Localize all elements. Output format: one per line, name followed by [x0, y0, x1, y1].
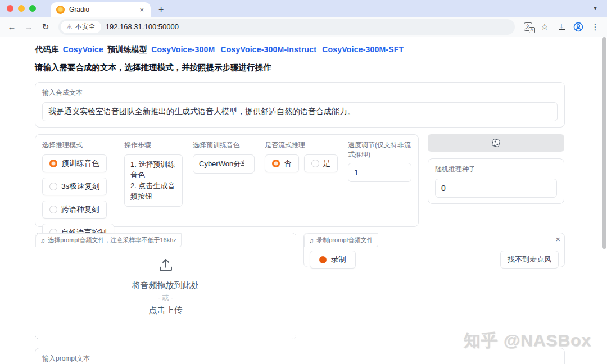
tts-text-label: 输入合成文本 [42, 88, 558, 98]
mode-option-label: 预训练音色 [61, 158, 99, 169]
click-to-upload-text[interactable]: 点击上传 [149, 305, 183, 316]
streaming-label: 是否流式推理 [265, 140, 338, 150]
page-instruction: 请输入需要合成的文本，选择推理模式，并按照提示步骤进行操作 [35, 62, 565, 73]
params-row: 选择推理模式 预训练音色 3s极速复刻 跨语种复刻 自然语言控制 [35, 134, 565, 227]
record-header: ♫ 录制prompt音频文件 × [304, 233, 564, 247]
speed-group: 速度调节(仅支持非流式推理) [348, 140, 411, 221]
downloads-icon[interactable]: ↓ [554, 20, 569, 34]
address-bar[interactable]: ⚠ 不安全 192.168.31.100:50000 [58, 19, 515, 35]
back-button[interactable]: ← [4, 20, 19, 34]
steps-label: 操作步骤 [124, 140, 183, 150]
bookmark-star-icon[interactable]: ☆ [537, 20, 552, 34]
link-cosyvoice-300m-instruct[interactable]: CosyVoice-300M-Instruct [220, 45, 316, 54]
microphone-status-button[interactable]: 找不到麦克风 [500, 251, 559, 269]
voice-select-input[interactable] [193, 154, 255, 174]
window-zoom-button[interactable] [29, 5, 36, 12]
prompt-text-label: 输入prompt文本 [42, 354, 558, 363]
prompt-text-block: 输入prompt文本 [35, 348, 565, 364]
link-cosyvoice-300m-sft[interactable]: CosyVoice-300M-SFT [322, 45, 404, 54]
tts-text-input[interactable] [42, 102, 558, 121]
record-button[interactable]: 录制 [310, 251, 356, 269]
speed-label: 速度调节(仅支持非流式推理) [348, 140, 411, 160]
streaming-option-label: 是 [323, 158, 331, 169]
tab-search-chevron-icon[interactable]: ▾ [589, 2, 601, 15]
steps-text: 1. 选择预训练音色 2. 点击生成音频按钮 [124, 154, 183, 207]
forward-button[interactable]: → [21, 20, 36, 34]
voice-select-group: 选择预训练音色 ▾ [193, 140, 255, 221]
upload-dropárea[interactable]: 将音频拖放到此处 - 或 - 点击上传 [35, 233, 296, 339]
browser-tab-gradio[interactable]: Gradio × [51, 2, 151, 17]
translate-icon[interactable]: 文A [520, 20, 535, 34]
music-icon: ♫ [309, 237, 314, 244]
mode-option-crosslingual[interactable]: 跨语种复刻 [42, 201, 107, 219]
link-cosyvoice[interactable]: CosyVoice [63, 45, 103, 54]
record-dot-icon [319, 256, 327, 263]
url-text: 192.168.31.100:50000 [106, 22, 179, 31]
seed-label: 随机推理种子 [435, 165, 557, 174]
voice-select-label: 选择预训练音色 [193, 140, 255, 150]
steps-group: 操作步骤 1. 选择预训练音色 2. 点击生成音频按钮 [124, 140, 183, 221]
speed-input[interactable] [348, 163, 411, 182]
mode-option-label: 跨语种复刻 [61, 204, 99, 215]
model-links-line: 代码库 CosyVoice 预训练模型 CosyVoice-300M CosyV… [35, 45, 565, 55]
profile-icon[interactable] [571, 20, 586, 34]
voice-select-dropdown[interactable]: ▾ [193, 154, 255, 174]
inference-mode-group: 选择推理模式 预训练音色 3s极速复刻 跨语种复刻 自然语言控制 [42, 140, 114, 221]
browser-toolbar: ← → ↻ ⚠ 不安全 192.168.31.100:50000 文A ☆ ↓ … [0, 17, 607, 37]
prompt-audio-upload-zone[interactable]: ♫ 选择prompt音频文件，注意采样率不低于16khz 将音频拖放到此处 - … [35, 233, 296, 339]
window-controls [0, 0, 43, 17]
not-secure-warning-icon: ⚠ [66, 23, 73, 31]
step-1: 1. 选择预训练音色 [130, 160, 176, 181]
link-cosyvoice-300m[interactable]: CosyVoice-300M [151, 45, 215, 54]
or-text: - 或 - [158, 293, 173, 303]
window-close-button[interactable] [7, 5, 13, 12]
window-minimize-button[interactable] [18, 5, 25, 12]
browser-menu-icon[interactable]: ⋮ [588, 20, 603, 34]
seed-card: 随机推理种子 [428, 158, 564, 204]
streaming-option-yes[interactable]: 是 [304, 154, 338, 172]
random-seed-dice-button[interactable] [428, 134, 564, 152]
streaming-option-no[interactable]: 否 [265, 154, 299, 172]
step-2: 2. 点击生成音频按钮 [130, 181, 176, 202]
reload-button[interactable]: ↻ [38, 20, 53, 34]
radio-icon [49, 206, 57, 213]
radio-icon [49, 183, 57, 190]
record-close-icon[interactable]: × [555, 235, 560, 243]
tts-text-block: 输入合成文本 [35, 82, 565, 128]
record-controls: 录制 找不到麦克风 [304, 247, 564, 272]
gradio-favicon-icon [56, 6, 65, 14]
media-row: ♫ 选择prompt音频文件，注意采样率不低于16khz 将音频拖放到此处 - … [35, 233, 565, 339]
streaming-group: 是否流式推理 否 是 [265, 140, 338, 221]
inference-mode-label: 选择推理模式 [42, 140, 114, 150]
radio-icon [311, 160, 319, 167]
pretrain-label: 预训练模型 [107, 45, 147, 54]
security-chip[interactable]: ⚠ 不安全 [61, 21, 101, 33]
tab-title: Gradio [69, 6, 134, 13]
record-zone-label: ♫ 录制prompt音频文件 [304, 233, 378, 247]
drop-here-text: 将音频拖放到此处 [132, 280, 200, 291]
dice-icon [492, 139, 501, 148]
mode-option-label: 3s极速复刻 [61, 181, 99, 192]
mode-option-3s-clone[interactable]: 3s极速复刻 [42, 178, 107, 195]
mode-option-pretrained[interactable]: 预训练音色 [42, 154, 107, 172]
upload-icon [157, 257, 174, 276]
radio-checked-icon [272, 160, 280, 167]
gradio-page: 代码库 CosyVoice 预训练模型 CosyVoice-300M CosyV… [0, 37, 607, 364]
browser-tab-strip: Gradio × + ▾ [0, 0, 607, 17]
not-secure-label: 不安全 [75, 22, 96, 31]
streaming-option-label: 否 [284, 158, 292, 169]
new-tab-button[interactable]: + [158, 4, 164, 17]
params-box: 选择推理模式 预训练音色 3s极速复刻 跨语种复刻 自然语言控制 [35, 134, 419, 227]
page-scrollbar[interactable] [602, 37, 606, 249]
radio-checked-icon [49, 160, 57, 167]
prompt-audio-record-zone: ♫ 录制prompt音频文件 × 录制 找不到麦克风 [304, 233, 565, 267]
repo-label: 代码库 [35, 45, 59, 54]
seed-column: 随机推理种子 [428, 134, 564, 204]
tab-close-icon[interactable]: × [138, 6, 145, 14]
seed-input[interactable] [435, 179, 557, 198]
